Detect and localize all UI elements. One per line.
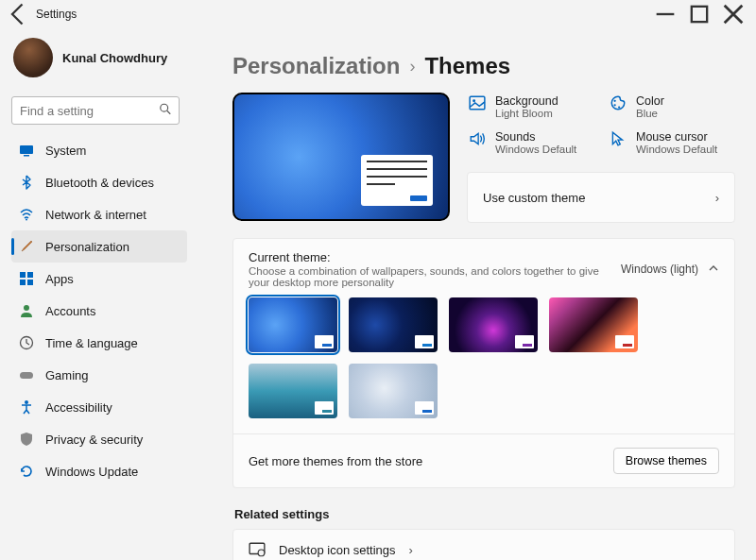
svg-point-18 <box>614 104 616 106</box>
update-icon <box>19 464 34 479</box>
svg-rect-8 <box>27 272 33 278</box>
image-icon <box>469 94 486 111</box>
svg-rect-13 <box>20 372 33 379</box>
breadcrumb-current: Themes <box>424 53 510 79</box>
maximize-button[interactable] <box>682 1 716 27</box>
svg-rect-1 <box>692 7 707 22</box>
background-setting[interactable]: BackgroundLight Bloom <box>467 93 594 121</box>
sidebar-item-personalization[interactable]: Personalization <box>11 230 187 263</box>
desktop-icon <box>249 541 266 558</box>
shield-icon <box>19 432 34 447</box>
sidebar-item-label: System <box>45 144 86 158</box>
avatar <box>13 38 53 77</box>
apps-icon <box>19 271 34 286</box>
sounds-setting[interactable]: SoundsWindows Default <box>467 128 594 157</box>
svg-rect-9 <box>20 280 26 285</box>
wifi-icon <box>19 207 34 222</box>
back-button[interactable] <box>6 1 32 27</box>
related-settings-heading: Related settings <box>234 507 735 521</box>
bluetooth-icon <box>19 175 34 190</box>
theme-option[interactable] <box>349 364 438 418</box>
palette-icon <box>610 94 627 111</box>
theme-option[interactable] <box>249 297 337 352</box>
svg-rect-5 <box>24 155 29 157</box>
person-icon <box>19 303 34 318</box>
sidebar-item-label: Personalization <box>45 240 129 254</box>
sidebar-item-gaming[interactable]: Gaming <box>11 359 187 391</box>
sidebar-item-label: Apps <box>45 272 74 286</box>
color-setting[interactable]: ColorBlue <box>608 93 735 121</box>
theme-thumbnails <box>249 297 719 418</box>
sidebar-item-bluetooth[interactable]: Bluetooth & devices <box>11 166 187 198</box>
sidebar-item-apps[interactable]: Apps <box>11 263 187 295</box>
sidebar-item-label: Accessibility <box>45 400 112 415</box>
system-icon <box>19 143 34 158</box>
sidebar-item-label: Accounts <box>45 304 95 318</box>
svg-point-19 <box>618 106 620 108</box>
sidebar-item-label: Privacy & security <box>45 433 143 447</box>
current-theme-value: Windows (light) <box>621 263 698 276</box>
sidebar-item-system[interactable]: System <box>11 134 187 166</box>
game-icon <box>19 367 34 382</box>
profile-name: Kunal Chowdhury <box>62 51 167 65</box>
chevron-right-icon: › <box>715 191 719 205</box>
chevron-up-icon <box>708 263 719 277</box>
sidebar-item-time[interactable]: Time & language <box>11 327 187 359</box>
svg-point-11 <box>24 305 29 311</box>
theme-preview <box>232 93 450 221</box>
preview-window-icon <box>361 155 433 206</box>
sidebar-item-accounts[interactable]: Accounts <box>11 295 187 327</box>
browse-themes-button[interactable]: Browse themes <box>613 448 719 474</box>
sidebar-item-label: Gaming <box>45 368 89 382</box>
cursor-icon <box>610 130 627 147</box>
use-custom-theme-row[interactable]: Use custom theme › <box>468 173 734 222</box>
theme-option[interactable] <box>249 364 337 418</box>
sidebar-item-privacy[interactable]: Privacy & security <box>11 423 187 455</box>
search-icon <box>159 103 172 119</box>
current-theme-header[interactable]: Current theme: Choose a combination of w… <box>249 250 719 288</box>
sidebar-item-label: Network & internet <box>45 208 146 222</box>
profile[interactable]: Kunal Chowdhury <box>11 34 187 89</box>
svg-line-3 <box>167 110 171 114</box>
desktop-icon-settings-row[interactable]: Desktop icon settings › <box>232 529 735 560</box>
svg-point-16 <box>472 99 475 102</box>
main-content: Personalization › Themes BackgroundLight… <box>191 28 756 560</box>
close-button[interactable] <box>716 1 750 27</box>
brush-icon <box>19 239 34 254</box>
titlebar: Settings <box>0 0 756 28</box>
svg-point-6 <box>26 219 27 221</box>
theme-option[interactable] <box>549 297 638 352</box>
svg-point-21 <box>258 550 265 556</box>
svg-point-14 <box>25 400 28 404</box>
mouse-cursor-setting[interactable]: Mouse cursorWindows Default <box>608 128 735 157</box>
svg-rect-4 <box>20 145 33 154</box>
search-input[interactable] <box>11 96 180 125</box>
speaker-icon <box>469 130 486 147</box>
svg-point-17 <box>614 100 616 102</box>
sidebar-item-label: Bluetooth & devices <box>45 176 154 190</box>
theme-option[interactable] <box>349 297 438 352</box>
accessibility-icon <box>19 399 34 415</box>
svg-rect-10 <box>27 280 33 285</box>
clock-icon <box>19 335 34 350</box>
sidebar-item-label: Time & language <box>45 336 138 350</box>
sidebar-item-network[interactable]: Network & internet <box>11 198 187 230</box>
sidebar-item-accessibility[interactable]: Accessibility <box>11 391 187 423</box>
window-title: Settings <box>36 8 648 21</box>
breadcrumb-parent[interactable]: Personalization <box>232 53 400 79</box>
chevron-right-icon: › <box>409 57 415 76</box>
store-row: Get more themes from the store Browse th… <box>233 433 734 487</box>
svg-rect-7 <box>20 272 26 278</box>
theme-option[interactable] <box>449 297 538 352</box>
sidebar-item-update[interactable]: Windows Update <box>11 455 187 487</box>
breadcrumb: Personalization › Themes <box>232 53 735 79</box>
minimize-button[interactable] <box>648 1 682 27</box>
sidebar-item-label: Windows Update <box>45 465 138 479</box>
svg-point-2 <box>161 104 168 111</box>
chevron-right-icon: › <box>409 543 413 557</box>
sidebar: Kunal Chowdhury System Bluetooth & devic… <box>0 28 191 560</box>
